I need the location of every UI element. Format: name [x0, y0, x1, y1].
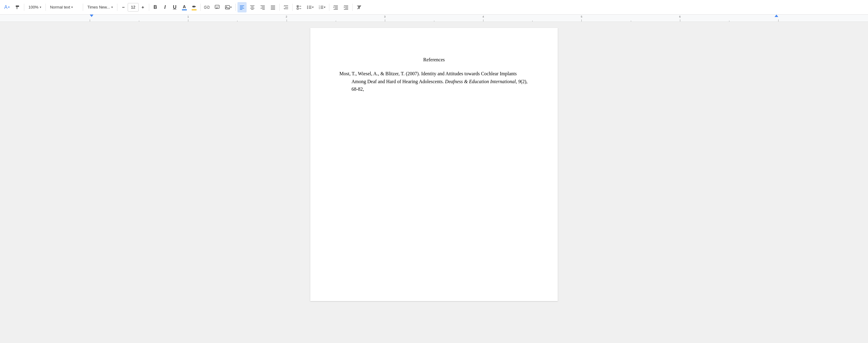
- svg-point-29: [307, 5, 308, 6]
- text-style-chevron: ▾: [71, 5, 73, 9]
- ruler-area: 123456: [61, 15, 807, 22]
- ruler-left-handle[interactable]: [90, 15, 93, 17]
- line-spacing-button[interactable]: [281, 2, 290, 12]
- svg-point-5: [226, 6, 227, 7]
- highlight-indicator: ✏: [191, 4, 197, 10]
- numbered-list-button[interactable]: 1. 2. 3. ▾: [317, 2, 327, 12]
- separator-1: [24, 4, 24, 11]
- align-center-button[interactable]: [248, 2, 257, 12]
- svg-point-2: [216, 6, 216, 7]
- ruler: 123456: [0, 15, 868, 22]
- align-justify-button[interactable]: [269, 2, 278, 12]
- svg-line-49: [357, 5, 361, 9]
- separator-6: [200, 4, 200, 11]
- bullet-list-button[interactable]: ▾: [305, 2, 315, 12]
- align-left-button[interactable]: [238, 2, 247, 12]
- document-page[interactable]: References Most, T., Wiesel, A., & Blitz…: [310, 28, 558, 301]
- separator-4: [117, 4, 117, 11]
- svg-rect-27: [297, 8, 299, 9]
- ai-button[interactable]: A✦: [2, 2, 12, 12]
- clear-format-button[interactable]: [354, 2, 364, 12]
- separator-11: [352, 4, 353, 11]
- separator-5: [149, 4, 149, 11]
- right-margin: [807, 22, 868, 343]
- reference-italic-text: Deafness & Education International, 9: [445, 79, 521, 84]
- image-chevron: ▾: [230, 5, 232, 9]
- font-size-control: − +: [119, 3, 147, 11]
- highlight-button[interactable]: ✏: [190, 3, 198, 11]
- text-style-dropdown[interactable]: Normal text ▾: [48, 2, 81, 12]
- references-heading: References: [339, 57, 529, 62]
- font-family-dropdown[interactable]: Times New... ▾: [85, 2, 115, 12]
- zoom-chevron: ▾: [40, 5, 41, 9]
- svg-point-33: [307, 8, 308, 9]
- font-family-value: Times New...: [87, 5, 110, 9]
- indent-decrease-button[interactable]: [331, 2, 340, 12]
- underline-button[interactable]: U: [170, 3, 179, 11]
- link-button[interactable]: [202, 2, 211, 12]
- svg-point-3: [218, 6, 218, 7]
- toolbar: A✦ 100% ▾ Normal text ▾ Times New... ▾ −…: [0, 0, 868, 15]
- image-button[interactable]: ▾: [223, 2, 234, 12]
- paint-format-button[interactable]: [13, 2, 22, 12]
- separator-2: [45, 4, 46, 11]
- main-area: References Most, T., Wiesel, A., & Blitz…: [0, 22, 868, 343]
- font-color-indicator: A: [181, 4, 187, 10]
- left-margin: [0, 22, 61, 343]
- numbered-chevron: ▾: [324, 5, 326, 9]
- svg-point-1: [217, 6, 217, 7]
- separator-3: [83, 4, 83, 11]
- reference-paragraph[interactable]: Most, T., Wiesel, A., & Blitzer, T. (200…: [339, 70, 529, 93]
- document-container[interactable]: References Most, T., Wiesel, A., & Blitz…: [61, 22, 807, 343]
- highlight-color-bar: [192, 9, 196, 10]
- text-style-value: Normal text: [50, 5, 70, 9]
- svg-text:3.: 3.: [319, 7, 320, 9]
- separator-9: [292, 4, 293, 11]
- zoom-dropdown[interactable]: 100% ▾: [26, 2, 44, 12]
- separator-8: [279, 4, 280, 11]
- font-size-decrease-button[interactable]: −: [119, 3, 128, 11]
- bold-button[interactable]: B: [151, 3, 159, 11]
- font-size-input[interactable]: [128, 3, 138, 11]
- indent-increase-button[interactable]: [341, 2, 350, 12]
- bullet-chevron: ▾: [312, 5, 314, 9]
- comment-button[interactable]: [213, 2, 222, 12]
- checklist-button[interactable]: [294, 2, 304, 12]
- separator-7: [235, 4, 236, 11]
- zoom-value: 100%: [29, 5, 38, 9]
- align-right-button[interactable]: [258, 2, 267, 12]
- font-family-chevron: ▾: [111, 5, 113, 9]
- ruler-inner: 123456: [90, 15, 778, 22]
- font-size-increase-button[interactable]: +: [138, 3, 147, 11]
- font-color-bar: [182, 9, 187, 10]
- ruler-right-handle[interactable]: [775, 15, 778, 17]
- svg-point-31: [307, 7, 308, 7]
- italic-button[interactable]: I: [161, 3, 169, 11]
- font-color-button[interactable]: A: [180, 3, 189, 11]
